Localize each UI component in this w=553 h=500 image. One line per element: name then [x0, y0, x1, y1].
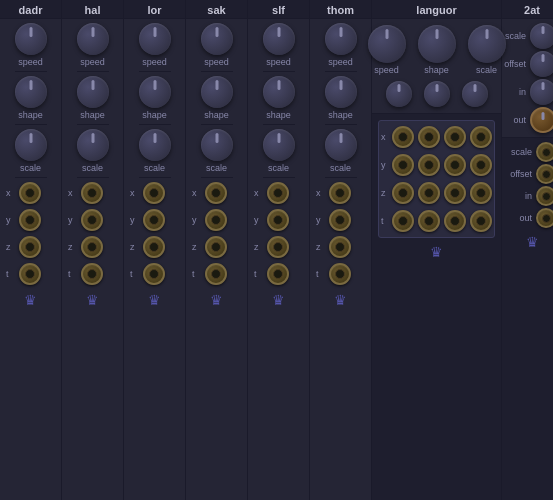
languor-label-y: y [381, 160, 388, 170]
languor-jack-row-z: z [381, 179, 492, 207]
right-knob-scale[interactable] [530, 23, 553, 49]
right-knob-offset[interactable] [530, 51, 553, 77]
languor-jacks-t [392, 210, 492, 232]
jack-z-lor[interactable] [143, 236, 165, 258]
languor-jack-z4[interactable] [470, 182, 492, 204]
languor-jack-y1[interactable] [392, 154, 414, 176]
jack-row-t-dadr: t [2, 261, 59, 287]
languor-knob-sm1[interactable] [386, 81, 412, 107]
label-t-thom: t [316, 269, 326, 279]
knob-shape-thom: shape [325, 76, 357, 120]
jack-row-x-sak: x [188, 180, 245, 206]
languor-jack-x4[interactable] [470, 126, 492, 148]
languor-jack-t3[interactable] [444, 210, 466, 232]
languor-jack-z3[interactable] [444, 182, 466, 204]
jack-x-hal[interactable] [81, 182, 103, 204]
knob-speed-thom-ctrl[interactable] [325, 23, 357, 55]
col-header-sak: sak [186, 0, 247, 19]
languor-knob-sm2[interactable] [424, 81, 450, 107]
jack-z-hal[interactable] [81, 236, 103, 258]
jack-y-hal[interactable] [81, 209, 103, 231]
jack-row-t-thom: t [312, 261, 369, 287]
knob-scale-slf-ctrl[interactable] [263, 129, 295, 161]
languor-knob-scale-ctrl[interactable] [468, 25, 506, 63]
languor-jack-t1[interactable] [392, 210, 414, 232]
languor-jack-row-t: t [381, 207, 492, 235]
right-knob-row-offset: offset [504, 51, 553, 77]
crown-icon-dadr: ♛ [24, 292, 37, 308]
knob-scale-lor-ctrl[interactable] [139, 129, 171, 161]
right-panel-knobs: scale offset in out [502, 19, 553, 138]
jack-x-slf[interactable] [267, 182, 289, 204]
label-scale-sak: scale [206, 163, 227, 173]
languor-jack-y3[interactable] [444, 154, 466, 176]
jack-y-slf[interactable] [267, 209, 289, 231]
knob-shape-slf-ctrl[interactable] [263, 76, 295, 108]
jack-z-dadr[interactable] [19, 236, 41, 258]
jack-y-thom[interactable] [329, 209, 351, 231]
label-y-lor: y [130, 215, 140, 225]
knob-scale-sak-ctrl[interactable] [201, 129, 233, 161]
jack-z-sak[interactable] [205, 236, 227, 258]
knob-speed-slf-ctrl[interactable] [263, 23, 295, 55]
jack-t-lor[interactable] [143, 263, 165, 285]
right-jack-scale[interactable] [536, 142, 553, 162]
right-jack-in[interactable] [536, 186, 553, 206]
right-knob-row-in: in [519, 79, 553, 105]
jack-t-thom[interactable] [329, 263, 351, 285]
jack-x-dadr[interactable] [19, 182, 41, 204]
right-knob-in[interactable] [530, 79, 553, 105]
jack-x-thom[interactable] [329, 182, 351, 204]
knob-shape-dadr-ctrl[interactable] [15, 76, 47, 108]
languor-jack-y4[interactable] [470, 154, 492, 176]
knob-speed-lor-ctrl[interactable] [139, 23, 171, 55]
knob-shape-thom-ctrl[interactable] [325, 76, 357, 108]
right-jack-row-scale: scale [511, 142, 553, 162]
knob-speed-dadr-ctrl[interactable] [15, 23, 47, 55]
right-jack-offset[interactable] [536, 164, 553, 184]
knob-shape-hal-ctrl[interactable] [77, 76, 109, 108]
jacks-sak: x y z t ♛ [186, 178, 247, 500]
jack-t-slf[interactable] [267, 263, 289, 285]
main-container: dadr speed shape scale x [0, 0, 553, 500]
languor-jack-z1[interactable] [392, 182, 414, 204]
jack-row-y-dadr: y [2, 207, 59, 233]
right-knob-out[interactable] [530, 107, 553, 133]
right-jack-out[interactable] [536, 208, 553, 228]
label-shape-sak: shape [204, 110, 229, 120]
label-z-lor: z [130, 242, 140, 252]
knob-speed-hal-ctrl[interactable] [77, 23, 109, 55]
jack-y-dadr[interactable] [19, 209, 41, 231]
languor-jack-t4[interactable] [470, 210, 492, 232]
jack-t-sak[interactable] [205, 263, 227, 285]
knob-scale-hal-ctrl[interactable] [77, 129, 109, 161]
jack-t-hal[interactable] [81, 263, 103, 285]
jack-y-sak[interactable] [205, 209, 227, 231]
knob-shape-sak-ctrl[interactable] [201, 76, 233, 108]
jacks-lor: x y z t ♛ [124, 178, 185, 500]
languor-jack-x2[interactable] [418, 126, 440, 148]
knob-scale-dadr-ctrl[interactable] [15, 129, 47, 161]
jack-t-dadr[interactable] [19, 263, 41, 285]
languor-knob-sm3[interactable] [462, 81, 488, 107]
label-x-lor: x [130, 188, 140, 198]
jack-z-thom[interactable] [329, 236, 351, 258]
jack-row-t-lor: t [126, 261, 183, 287]
jack-x-sak[interactable] [205, 182, 227, 204]
languor-knob-shape-ctrl[interactable] [418, 25, 456, 63]
languor-jack-x1[interactable] [392, 126, 414, 148]
languor-jack-t2[interactable] [418, 210, 440, 232]
jack-y-lor[interactable] [143, 209, 165, 231]
languor-jack-x3[interactable] [444, 126, 466, 148]
knob-shape-lor-ctrl[interactable] [139, 76, 171, 108]
languor-jack-z2[interactable] [418, 182, 440, 204]
knob-speed-sak-ctrl[interactable] [201, 23, 233, 55]
jack-x-lor[interactable] [143, 182, 165, 204]
jack-z-slf[interactable] [267, 236, 289, 258]
languor-jack-y2[interactable] [418, 154, 440, 176]
left-section: dadr speed shape scale x [0, 0, 372, 500]
jacks-dadr: x y z t ♛ [0, 178, 61, 500]
right-knob-label-offset: offset [504, 59, 526, 69]
languor-knob-speed-ctrl[interactable] [368, 25, 406, 63]
knob-scale-thom-ctrl[interactable] [325, 129, 357, 161]
